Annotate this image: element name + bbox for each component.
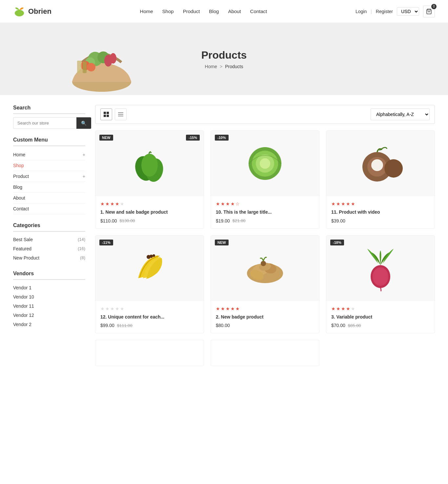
category-best-sale-link[interactable]: Best Sale (13, 237, 33, 242)
menu-shop-link[interactable]: Shop (13, 163, 24, 168)
badge-sale-2: -10% (215, 135, 229, 141)
menu-item-product[interactable]: Product + (13, 171, 85, 182)
category-new-product-link[interactable]: New Product (13, 255, 39, 261)
menu-item-blog[interactable]: Blog (13, 182, 85, 193)
star-4: ★ (346, 201, 350, 206)
table-row[interactable]: -18% (326, 235, 435, 334)
product-image-wrap: -10% (211, 131, 319, 196)
grid-view-button[interactable] (100, 108, 112, 120)
svg-rect-18 (118, 116, 123, 116)
star-1: ★ (216, 306, 220, 311)
sort-select[interactable]: Alphabetically, A-Z Alphabetically, Z-A … (371, 108, 430, 120)
svg-rect-16 (118, 112, 123, 113)
product-image (356, 245, 405, 291)
nav-blog[interactable]: Blog (209, 9, 219, 14)
vendor-12[interactable]: Vendor 12 (13, 311, 85, 320)
search-button[interactable]: 🔍 (76, 117, 91, 129)
category-featured-link[interactable]: Featured (13, 246, 31, 251)
star-1: ★ (331, 201, 336, 206)
site-header: Obrien Home Shop Product Blog About Cont… (0, 0, 448, 23)
product-image-wrap: NEW (211, 236, 319, 301)
product-name: 10. This is the large title... (216, 209, 314, 216)
list-view-button[interactable] (115, 108, 127, 120)
custom-menu-title: Custom Menu (13, 137, 85, 146)
menu-blog-link[interactable]: Blog (13, 184, 22, 190)
hero-title: Products (201, 49, 247, 61)
star-rating: ★ ★ ★ ★ ★ (100, 201, 199, 206)
table-row[interactable] (95, 340, 204, 366)
list-icon (118, 112, 123, 117)
star-4: ★ (346, 306, 350, 311)
hero-content: Products Home > Products (201, 49, 247, 69)
table-row[interactable]: -11% ★ ★ ★ (95, 235, 204, 334)
menu-about-link[interactable]: About (13, 195, 25, 201)
nav-home[interactable]: Home (140, 9, 153, 14)
logo[interactable]: Obrien (13, 5, 51, 18)
table-row[interactable] (211, 340, 319, 366)
nav-contact[interactable]: Contact (250, 9, 267, 14)
star-2: ★ (105, 201, 110, 206)
menu-item-shop[interactable]: Shop (13, 160, 85, 171)
table-row[interactable]: -10% ★ ★ ★ ★ (211, 130, 319, 229)
product-image (125, 245, 174, 291)
menu-home-link[interactable]: Home (13, 152, 25, 157)
category-new-product[interactable]: New Product (8) (13, 253, 85, 262)
price-current: $19.00 (216, 218, 230, 223)
svg-rect-13 (107, 112, 109, 114)
table-row[interactable]: ★ ★ ★ ★ ★ 11. Product with video $39.00 (326, 130, 435, 229)
category-featured[interactable]: Featured (16) (13, 244, 85, 253)
hero-decoration (52, 29, 151, 95)
svg-point-9 (87, 63, 95, 71)
star-3: ★ (226, 306, 230, 311)
logo-icon (13, 5, 26, 18)
register-link[interactable]: Register (376, 9, 393, 14)
vendor-2[interactable]: Vendor 2 (13, 320, 85, 329)
svg-rect-12 (104, 112, 106, 114)
login-link[interactable]: Login (356, 9, 367, 14)
nav-product[interactable]: Product (183, 9, 200, 14)
main-container: Search 🔍 Custom Menu Home + Shop Product… (0, 95, 448, 376)
star-2: ★ (336, 201, 340, 206)
menu-item-about[interactable]: About (13, 193, 85, 203)
product-info: ★ ★ ★ ★ ★ 2. New badge product $80.00 (211, 301, 319, 333)
menu-product-link[interactable]: Product (13, 174, 29, 179)
svg-point-21 (141, 154, 158, 177)
vendors-section: Vendors Vendor 1 Vendor 10 Vendor 11 Ven… (13, 271, 85, 329)
menu-contact-link[interactable]: Contact (13, 206, 29, 211)
breadcrumb-home[interactable]: Home (205, 64, 217, 69)
menu-item-home[interactable]: Home + (13, 149, 85, 160)
menu-product-plus: + (83, 174, 85, 179)
star-4: ★ (231, 201, 235, 206)
search-input[interactable] (13, 117, 76, 129)
star-rating: ★ ★ ★ ★ ☆ (216, 201, 314, 206)
currency-select[interactable]: USD (397, 7, 419, 16)
category-best-sale-count: (14) (78, 237, 85, 242)
star-5: ★ (351, 306, 355, 311)
price-original: $85.00 (348, 323, 361, 328)
menu-item-contact[interactable]: Contact (13, 203, 85, 214)
product-info: ★ ★ ★ ★ ★ 3. Variable product $70.00 $85… (326, 301, 435, 333)
star-rating: ★ ★ ★ ★ ★ (216, 306, 314, 311)
nav-about[interactable]: About (228, 9, 241, 14)
star-1: ★ (100, 306, 105, 311)
table-row[interactable]: NEW -15% ★ ★ ★ ★ ★ (95, 130, 204, 229)
category-best-sale[interactable]: Best Sale (14) (13, 235, 85, 244)
price-original: $130.00 (120, 218, 135, 223)
vendor-1[interactable]: Vendor 1 (13, 283, 85, 292)
product-image (242, 141, 288, 186)
cart-button[interactable]: 0 (423, 6, 435, 17)
star-5: ☆ (235, 201, 240, 206)
vendor-10[interactable]: Vendor 10 (13, 292, 85, 301)
product-info: ★ ★ ★ ★ ★ 12. Unique content for each...… (95, 301, 204, 333)
vendor-11[interactable]: Vendor 11 (13, 301, 85, 311)
svg-point-32 (153, 254, 155, 257)
nav-shop[interactable]: Shop (162, 9, 174, 14)
sidebar: Search 🔍 Custom Menu Home + Shop Product… (13, 105, 85, 366)
product-info: ★ ★ ★ ★ ★ 1. New and sale badge product … (95, 196, 204, 228)
product-name: 12. Unique content for each... (100, 314, 199, 320)
table-row[interactable]: NEW ★ ★ ★ (211, 235, 319, 334)
svg-point-31 (150, 255, 153, 258)
star-2: ★ (336, 306, 340, 311)
star-5: ★ (351, 201, 355, 206)
hero-banner: Products Home > Products (0, 23, 448, 95)
